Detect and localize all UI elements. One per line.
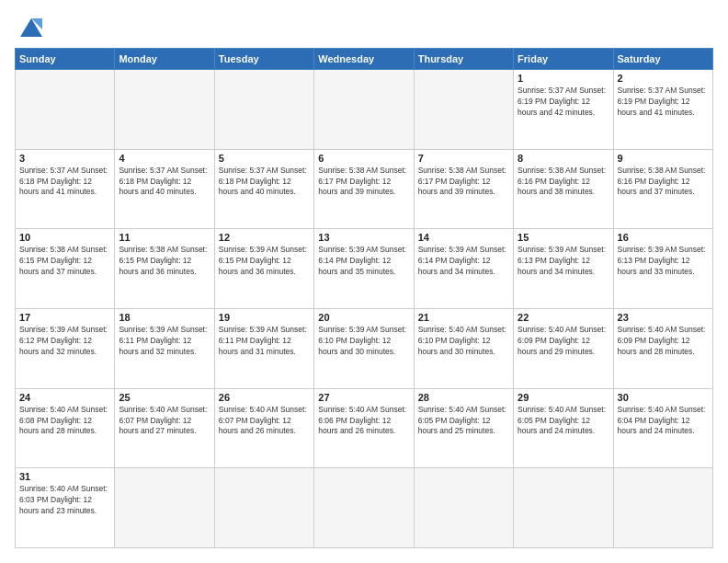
day-info: Sunrise: 5:37 AM Sunset: 6:18 PM Dayligh… [19,166,110,199]
calendar-cell: 31Sunrise: 5:40 AM Sunset: 6:03 PM Dayli… [16,468,115,548]
calendar-cell: 22Sunrise: 5:40 AM Sunset: 6:09 PM Dayli… [514,308,613,388]
calendar-cell: 17Sunrise: 5:39 AM Sunset: 6:12 PM Dayli… [16,308,115,388]
calendar-week-3: 10Sunrise: 5:38 AM Sunset: 6:15 PM Dayli… [16,229,713,309]
calendar-cell [314,70,414,150]
day-info: Sunrise: 5:40 AM Sunset: 6:08 PM Dayligh… [19,405,110,438]
calendar-cell [16,70,115,150]
calendar-cell: 28Sunrise: 5:40 AM Sunset: 6:05 PM Dayli… [414,388,513,468]
day-number: 27 [318,392,409,403]
day-number: 31 [19,471,110,482]
day-info: Sunrise: 5:40 AM Sunset: 6:03 PM Dayligh… [19,484,110,517]
day-info: Sunrise: 5:40 AM Sunset: 6:04 PM Dayligh… [618,405,709,438]
day-number: 20 [318,312,409,323]
day-info: Sunrise: 5:39 AM Sunset: 6:11 PM Dayligh… [219,325,310,358]
day-info: Sunrise: 5:39 AM Sunset: 6:11 PM Dayligh… [119,325,210,358]
calendar-week-6: 31Sunrise: 5:40 AM Sunset: 6:03 PM Dayli… [16,468,713,548]
calendar-cell: 7Sunrise: 5:38 AM Sunset: 6:17 PM Daylig… [414,149,513,229]
day-number: 30 [618,392,709,403]
calendar-cell [414,70,513,150]
calendar-header: SundayMondayTuesdayWednesdayThursdayFrid… [16,49,713,70]
calendar-cell: 20Sunrise: 5:39 AM Sunset: 6:10 PM Dayli… [314,308,414,388]
calendar-cell: 27Sunrise: 5:40 AM Sunset: 6:06 PM Dayli… [314,388,414,468]
calendar-cell: 1Sunrise: 5:37 AM Sunset: 6:19 PM Daylig… [514,70,613,150]
day-info: Sunrise: 5:40 AM Sunset: 6:07 PM Dayligh… [119,405,210,438]
day-number: 24 [19,392,110,403]
calendar-body: 1Sunrise: 5:37 AM Sunset: 6:19 PM Daylig… [16,70,713,548]
weekday-row: SundayMondayTuesdayWednesdayThursdayFrid… [16,49,713,70]
day-info: Sunrise: 5:39 AM Sunset: 6:14 PM Dayligh… [418,245,509,278]
weekday-header-tuesday: Tuesday [214,49,313,70]
day-number: 15 [518,232,609,243]
day-info: Sunrise: 5:39 AM Sunset: 6:14 PM Dayligh… [318,245,409,278]
day-number: 26 [219,392,310,403]
calendar-week-5: 24Sunrise: 5:40 AM Sunset: 6:08 PM Dayli… [16,388,713,468]
weekday-header-friday: Friday [514,49,613,70]
weekday-header-saturday: Saturday [613,49,712,70]
calendar-cell: 11Sunrise: 5:38 AM Sunset: 6:15 PM Dayli… [115,229,214,309]
day-number: 9 [618,153,709,164]
day-info: Sunrise: 5:38 AM Sunset: 6:16 PM Dayligh… [618,166,709,199]
day-number: 19 [219,312,310,323]
day-info: Sunrise: 5:38 AM Sunset: 6:15 PM Dayligh… [119,245,210,278]
day-info: Sunrise: 5:37 AM Sunset: 6:18 PM Dayligh… [119,166,210,199]
day-number: 28 [418,392,509,403]
day-info: Sunrise: 5:40 AM Sunset: 6:09 PM Dayligh… [618,325,709,358]
calendar-cell [214,468,313,548]
logo-icon [17,15,46,40]
calendar-cell: 13Sunrise: 5:39 AM Sunset: 6:14 PM Dayli… [314,229,414,309]
calendar-cell [115,468,214,548]
calendar-cell: 19Sunrise: 5:39 AM Sunset: 6:11 PM Dayli… [214,308,313,388]
calendar-cell: 12Sunrise: 5:39 AM Sunset: 6:15 PM Dayli… [214,229,313,309]
day-number: 8 [518,153,609,164]
day-number: 16 [618,232,709,243]
day-info: Sunrise: 5:39 AM Sunset: 6:12 PM Dayligh… [19,325,110,358]
calendar-cell: 4Sunrise: 5:37 AM Sunset: 6:18 PM Daylig… [115,149,214,229]
calendar-table: SundayMondayTuesdayWednesdayThursdayFrid… [15,48,713,548]
day-info: Sunrise: 5:37 AM Sunset: 6:19 PM Dayligh… [618,86,709,119]
day-number: 18 [119,312,210,323]
day-info: Sunrise: 5:38 AM Sunset: 6:15 PM Dayligh… [19,245,110,278]
calendar-week-1: 1Sunrise: 5:37 AM Sunset: 6:19 PM Daylig… [16,70,713,150]
weekday-header-thursday: Thursday [414,49,513,70]
day-number: 13 [318,232,409,243]
day-number: 4 [119,153,210,164]
day-number: 11 [119,232,210,243]
day-info: Sunrise: 5:40 AM Sunset: 6:05 PM Dayligh… [418,405,509,438]
calendar-cell: 14Sunrise: 5:39 AM Sunset: 6:14 PM Dayli… [414,229,513,309]
calendar-cell [613,468,712,548]
calendar-cell: 2Sunrise: 5:37 AM Sunset: 6:19 PM Daylig… [613,70,712,150]
day-number: 23 [618,312,709,323]
weekday-header-wednesday: Wednesday [314,49,414,70]
day-info: Sunrise: 5:40 AM Sunset: 6:06 PM Dayligh… [318,405,409,438]
day-number: 29 [518,392,609,403]
day-number: 2 [618,73,709,84]
calendar-week-2: 3Sunrise: 5:37 AM Sunset: 6:18 PM Daylig… [16,149,713,229]
calendar-cell: 26Sunrise: 5:40 AM Sunset: 6:07 PM Dayli… [214,388,313,468]
calendar-cell: 24Sunrise: 5:40 AM Sunset: 6:08 PM Dayli… [16,388,115,468]
day-number: 3 [19,153,110,164]
day-info: Sunrise: 5:40 AM Sunset: 6:07 PM Dayligh… [219,405,310,438]
calendar-cell: 9Sunrise: 5:38 AM Sunset: 6:16 PM Daylig… [613,149,712,229]
calendar-cell: 5Sunrise: 5:37 AM Sunset: 6:18 PM Daylig… [214,149,313,229]
day-info: Sunrise: 5:38 AM Sunset: 6:16 PM Dayligh… [518,166,609,199]
calendar-cell [514,468,613,548]
day-info: Sunrise: 5:40 AM Sunset: 6:09 PM Dayligh… [518,325,609,358]
day-number: 10 [19,232,110,243]
calendar-cell: 10Sunrise: 5:38 AM Sunset: 6:15 PM Dayli… [16,229,115,309]
day-number: 25 [119,392,210,403]
calendar-cell [414,468,513,548]
page: SundayMondayTuesdayWednesdayThursdayFrid… [0,0,728,563]
calendar-cell: 15Sunrise: 5:39 AM Sunset: 6:13 PM Dayli… [514,229,613,309]
day-number: 17 [19,312,110,323]
calendar-cell: 29Sunrise: 5:40 AM Sunset: 6:05 PM Dayli… [514,388,613,468]
calendar-cell: 21Sunrise: 5:40 AM Sunset: 6:10 PM Dayli… [414,308,513,388]
day-info: Sunrise: 5:39 AM Sunset: 6:10 PM Dayligh… [318,325,409,358]
day-info: Sunrise: 5:39 AM Sunset: 6:15 PM Dayligh… [219,245,310,278]
day-number: 5 [219,153,310,164]
calendar-cell: 8Sunrise: 5:38 AM Sunset: 6:16 PM Daylig… [514,149,613,229]
calendar-cell [214,70,313,150]
day-number: 1 [518,73,609,84]
day-number: 21 [418,312,509,323]
day-number: 7 [418,153,509,164]
day-number: 6 [318,153,409,164]
